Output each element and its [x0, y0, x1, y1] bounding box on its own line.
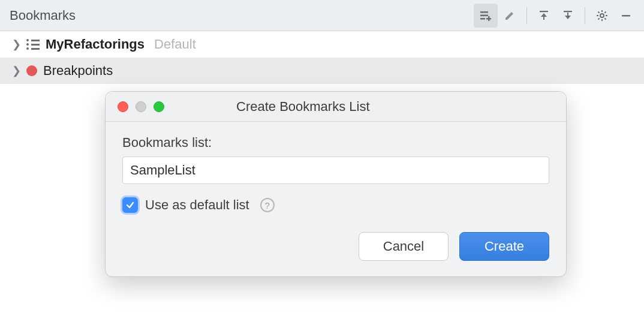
svg-rect-5 [540, 11, 548, 12]
svg-line-14 [598, 11, 600, 13]
use-as-default-checkbox[interactable] [122, 197, 138, 213]
window-controls [106, 101, 176, 112]
svg-rect-2 [480, 18, 485, 20]
minimize-window-icon [136, 101, 146, 112]
svg-rect-4 [486, 18, 491, 20]
tree-row[interactable]: ❯ MyRefactorings Default [0, 31, 644, 58]
panel-title: Bookmarks [10, 8, 474, 23]
button-label: Create [484, 239, 524, 254]
tree-row-label: Breakpoints [43, 63, 113, 79]
button-label: Cancel [383, 239, 424, 254]
svg-point-9 [600, 14, 604, 17]
field-label: Bookmarks list: [122, 135, 549, 151]
breakpoint-icon [26, 65, 37, 76]
svg-rect-6 [543, 16, 544, 20]
settings-icon[interactable] [590, 4, 614, 28]
chevron-right-icon: ❯ [12, 64, 20, 77]
tree-row[interactable]: ❯ Breakpoints [0, 58, 644, 84]
toolbar-separator [526, 7, 527, 24]
bookmarks-panel-header: Bookmarks [0, 0, 644, 31]
dialog-title: Create Bookmarks List [176, 99, 566, 115]
tree-row-label: MyRefactorings [46, 37, 145, 52]
collapse-icon[interactable] [532, 4, 556, 28]
chevron-right-icon: ❯ [12, 38, 20, 51]
svg-line-17 [604, 11, 606, 13]
checkbox-label: Use as default list [145, 197, 249, 213]
svg-rect-1 [480, 14, 488, 16]
create-bookmarks-list-dialog: Create Bookmarks List Bookmarks list: Us… [105, 91, 567, 277]
svg-rect-7 [564, 11, 572, 12]
bookmark-list-icon [26, 39, 40, 50]
svg-rect-18 [622, 15, 630, 17]
bookmarks-list-name-input[interactable] [122, 156, 549, 184]
tree-row-suffix: Default [154, 37, 196, 52]
svg-line-15 [604, 18, 606, 19]
zoom-window-icon[interactable] [154, 101, 164, 112]
new-list-icon[interactable] [474, 4, 498, 28]
help-icon[interactable]: ? [260, 198, 275, 212]
minimize-icon[interactable] [614, 4, 638, 28]
toolbar-separator [585, 7, 585, 24]
edit-icon[interactable] [498, 4, 522, 28]
create-button[interactable]: Create [459, 232, 549, 261]
dialog-body: Bookmarks list: Use as default list ? Ca… [106, 122, 566, 276]
close-window-icon[interactable] [118, 101, 128, 112]
svg-rect-0 [480, 11, 488, 13]
dialog-titlebar[interactable]: Create Bookmarks List [106, 92, 566, 122]
svg-line-16 [598, 18, 600, 19]
expand-icon[interactable] [556, 4, 580, 28]
cancel-button[interactable]: Cancel [359, 232, 449, 261]
